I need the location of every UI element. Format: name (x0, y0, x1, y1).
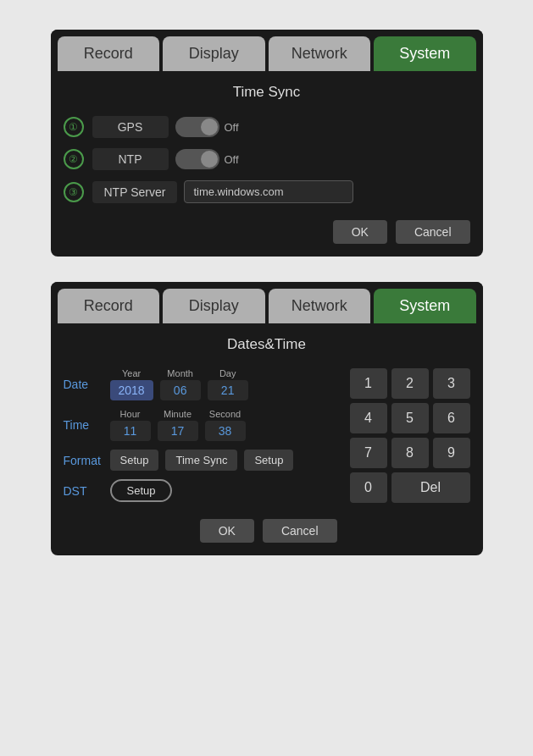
numpad-7[interactable]: 7 (350, 438, 387, 468)
numpad-8[interactable]: 8 (391, 438, 429, 468)
tab-system-2[interactable]: System (374, 289, 476, 323)
datetime-buttons: OK Cancel (64, 519, 337, 543)
ntp-toggle-text: Off (225, 153, 239, 166)
ntp-toggle-knob (201, 151, 218, 168)
ntp-row: ② NTP Off (64, 148, 470, 170)
time-fields: Hour 11 Minute 17 Second 38 (110, 409, 337, 441)
numpad-3[interactable]: 3 (433, 368, 470, 399)
second-label: Second (209, 409, 241, 419)
month-group: Month 06 (160, 368, 201, 400)
timesync-content: Time Sync ① GPS Off ② NTP (51, 71, 483, 257)
hour-value[interactable]: 11 (110, 421, 151, 441)
ntpserver-label: NTP Server (92, 181, 178, 203)
gps-toggle-container[interactable]: Off (175, 117, 239, 137)
tab-display-2[interactable]: Display (163, 289, 265, 323)
numpad-2[interactable]: 2 (391, 368, 429, 399)
datetime-content: Dates&Time Date Year 2018 Month (51, 323, 483, 555)
year-label: Year (122, 368, 141, 378)
dst-row: DST Setup (64, 479, 337, 502)
tab-network-1[interactable]: Network (269, 36, 371, 71)
day-label: Day (219, 368, 236, 378)
gps-row: ① GPS Off (64, 116, 470, 138)
numpad-0[interactable]: 0 (350, 472, 387, 503)
minute-label: Minute (164, 409, 192, 419)
timesync-buttons: OK Cancel (64, 220, 470, 244)
dst-label: DST (64, 484, 110, 498)
gps-label: GPS (92, 116, 169, 138)
date-label: Date (64, 378, 110, 391)
format-row: Format Setup Time Sync Setup (64, 450, 337, 471)
numpad-9[interactable]: 9 (433, 438, 470, 468)
format-label: Format (64, 454, 110, 467)
datetime-ok-button[interactable]: OK (200, 519, 254, 543)
ntp-toggle[interactable] (175, 149, 219, 169)
second-value[interactable]: 38 (205, 421, 246, 441)
time-label: Time (64, 418, 110, 432)
ntp-label: NTP (92, 148, 169, 170)
timesync-panel: Record Display Network System Time Sync … (51, 30, 483, 257)
ntp-toggle-container[interactable]: Off (175, 149, 239, 169)
day-value[interactable]: 21 (208, 380, 248, 400)
datetime-cancel-button[interactable]: Cancel (263, 519, 337, 543)
day-group: Day 21 (208, 368, 248, 400)
tab-network-2[interactable]: Network (269, 289, 371, 323)
date-fields: Year 2018 Month 06 Day 21 (110, 368, 337, 400)
month-label: Month (167, 368, 193, 378)
gps-toggle-text: Off (225, 121, 239, 134)
numpad-4[interactable]: 4 (350, 403, 387, 433)
second-group: Second 38 (205, 409, 246, 441)
dst-setup-btn[interactable]: Setup (110, 479, 173, 502)
gps-toggle-knob (201, 119, 218, 135)
timesync-cancel-button[interactable]: Cancel (396, 220, 470, 244)
tab-bar-1: Record Display Network System (51, 30, 483, 71)
year-group: Year 2018 (110, 368, 153, 400)
tab-bar-2: Record Display Network System (51, 282, 483, 323)
ntpserver-input[interactable] (184, 180, 353, 203)
datetime-panel: Record Display Network System Dates&Time… (51, 282, 483, 555)
format-setup2-btn[interactable]: Setup (244, 450, 293, 471)
numpad-5[interactable]: 5 (391, 403, 429, 433)
numpad-del[interactable]: Del (391, 472, 470, 503)
time-row: Time Hour 11 Minute 17 Second (64, 409, 337, 441)
hour-label: Hour (120, 409, 141, 419)
month-value[interactable]: 06 (160, 380, 201, 400)
minute-value[interactable]: 17 (158, 421, 198, 441)
datetime-title: Dates&Time (64, 336, 470, 353)
gps-toggle[interactable] (175, 117, 219, 137)
ntpserver-num: ③ (64, 182, 84, 202)
ntpserver-row: ③ NTP Server (64, 180, 470, 203)
format-setup-btn[interactable]: Setup (110, 450, 159, 471)
format-buttons: Setup Time Sync Setup (110, 450, 294, 471)
date-row: Date Year 2018 Month 06 Day (64, 368, 337, 400)
numpad: 1 2 3 4 5 6 7 8 9 0 Del (350, 368, 470, 543)
timesync-title: Time Sync (64, 84, 470, 101)
ntp-num: ② (64, 149, 84, 169)
datetime-grid: Date Year 2018 Month 06 Day (64, 368, 470, 543)
hour-group: Hour 11 (110, 409, 151, 441)
numpad-6[interactable]: 6 (433, 403, 470, 433)
year-value[interactable]: 2018 (110, 380, 153, 400)
timesync-ok-button[interactable]: OK (333, 220, 387, 244)
gps-num: ① (64, 117, 84, 137)
tab-record-2[interactable]: Record (58, 289, 160, 323)
tab-display-1[interactable]: Display (163, 36, 265, 71)
datetime-left: Date Year 2018 Month 06 Day (64, 368, 337, 543)
minute-group: Minute 17 (158, 409, 198, 441)
time-sync-btn[interactable]: Time Sync (165, 450, 237, 471)
numpad-1[interactable]: 1 (350, 368, 387, 399)
tab-record-1[interactable]: Record (58, 36, 160, 71)
tab-system-1[interactable]: System (374, 36, 476, 71)
